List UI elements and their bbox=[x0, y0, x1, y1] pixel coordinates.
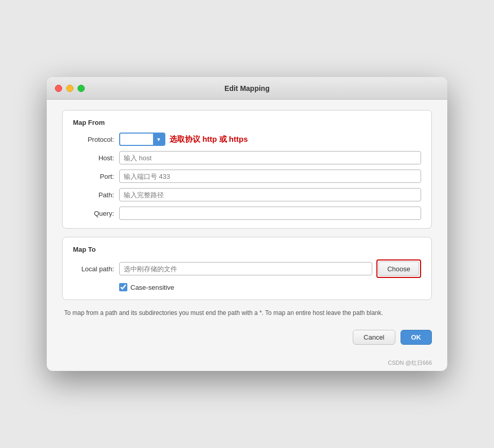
dialog-title: Edit Mapping bbox=[224, 84, 270, 92]
choose-button-wrapper: Choose bbox=[376, 259, 421, 278]
protocol-hint: 选取协议 http 或 https bbox=[169, 135, 248, 144]
host-input[interactable] bbox=[119, 151, 421, 164]
local-path-input-group: Choose bbox=[119, 259, 421, 278]
protocol-input-group: http https ▼ 选取协议 http 或 https bbox=[119, 133, 248, 146]
map-from-title: Map From bbox=[73, 119, 421, 126]
case-sensitive-checkbox[interactable] bbox=[119, 283, 127, 291]
protocol-row: Protocol: http https ▼ 选取协议 http 或 https bbox=[73, 133, 421, 146]
choose-button[interactable]: Choose bbox=[378, 262, 419, 276]
titlebar: Edit Mapping bbox=[47, 77, 447, 100]
traffic-lights bbox=[55, 85, 85, 92]
local-path-label: Local path: bbox=[73, 265, 114, 273]
host-label: Host: bbox=[73, 154, 114, 162]
protocol-select[interactable]: http https bbox=[120, 134, 153, 145]
maximize-button[interactable] bbox=[78, 85, 85, 92]
case-sensitive-row: Case-sensitive bbox=[73, 283, 421, 291]
port-input[interactable] bbox=[119, 170, 421, 183]
local-path-row: Local path: Choose bbox=[73, 259, 421, 278]
path-row: Path: bbox=[73, 188, 421, 201]
dialog-content: Map From Protocol: http https ▼ 选取协议 htt… bbox=[47, 100, 447, 357]
ok-button[interactable]: OK bbox=[401, 330, 432, 345]
map-from-section: Map From Protocol: http https ▼ 选取协议 htt… bbox=[62, 110, 432, 229]
map-to-title: Map To bbox=[73, 246, 421, 253]
cancel-button[interactable]: Cancel bbox=[353, 330, 395, 345]
watermark: CSDN @红日666 bbox=[47, 357, 447, 371]
query-label: Query: bbox=[73, 210, 114, 217]
case-sensitive-label: Case-sensitive bbox=[130, 284, 174, 291]
edit-mapping-dialog: Edit Mapping Map From Protocol: http htt… bbox=[47, 77, 447, 371]
port-label: Port: bbox=[73, 173, 114, 180]
protocol-select-wrapper[interactable]: http https ▼ bbox=[119, 133, 165, 146]
close-button[interactable] bbox=[55, 85, 62, 92]
local-path-input[interactable] bbox=[119, 262, 372, 275]
hint-text: To map from a path and its subdirectorie… bbox=[62, 308, 432, 318]
host-row: Host: bbox=[73, 151, 421, 164]
protocol-label: Protocol: bbox=[73, 136, 114, 143]
map-to-section: Map To Local path: Choose Case-sensitive bbox=[62, 237, 432, 300]
button-row: Cancel OK bbox=[62, 328, 432, 345]
minimize-button[interactable] bbox=[66, 85, 73, 92]
query-row: Query: bbox=[73, 207, 421, 220]
query-input[interactable] bbox=[119, 207, 421, 220]
path-label: Path: bbox=[73, 191, 114, 199]
protocol-dropdown-arrow-icon: ▼ bbox=[153, 134, 164, 145]
port-row: Port: bbox=[73, 170, 421, 183]
path-input[interactable] bbox=[119, 188, 421, 201]
